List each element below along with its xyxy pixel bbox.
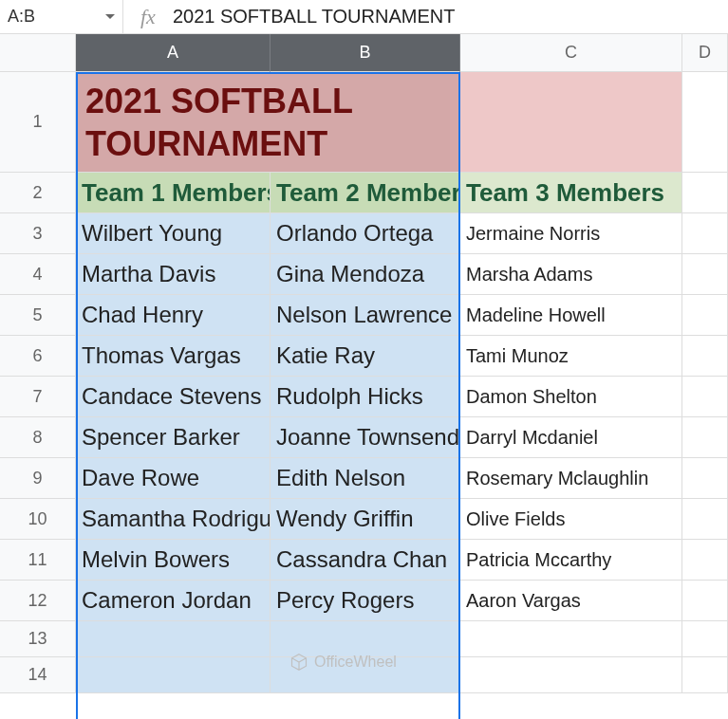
cell-b7[interactable]: Rudolph Hicks — [271, 377, 460, 417]
table-row: Samantha Rodriguez Wendy Griffin Olive F… — [76, 499, 728, 540]
row-header-7[interactable]: 7 — [0, 377, 76, 417]
cell-b12[interactable]: Percy Rogers — [271, 581, 460, 621]
table-row: Wilbert Young Orlando Ortega Jermaine No… — [76, 213, 728, 254]
column-header-b[interactable]: B — [271, 34, 460, 72]
cell-b9[interactable]: Edith Nelson — [271, 458, 460, 499]
column-header-d[interactable]: D — [682, 34, 728, 72]
cell-c11[interactable]: Patricia Mccarthy — [460, 540, 682, 581]
cell-a10[interactable]: Samantha Rodriguez — [76, 499, 271, 540]
cell-c9[interactable]: Rosemary Mclaughlin — [460, 458, 682, 499]
cell-a2[interactable]: Team 1 Members — [76, 173, 271, 213]
table-row: Spencer Barker Joanne Townsend Darryl Mc… — [76, 417, 728, 458]
cell-c2[interactable]: Team 3 Members — [460, 173, 682, 213]
column-header-a[interactable]: A — [76, 34, 271, 72]
row-header-6[interactable]: 6 — [0, 336, 76, 377]
cell-d13[interactable] — [682, 621, 728, 657]
cell-b14[interactable] — [271, 657, 460, 693]
cell-a14[interactable] — [76, 657, 271, 693]
cell-a4[interactable]: Martha Davis — [76, 254, 271, 295]
name-box-value: A:B — [8, 7, 35, 27]
table-row: Melvin Bowers Cassandra Chan Patricia Mc… — [76, 540, 728, 581]
row-headers: 1 2 3 4 5 6 7 8 9 10 11 12 13 14 — [0, 34, 76, 719]
cell-c10[interactable]: Olive Fields — [460, 499, 682, 540]
row-header-11[interactable]: 11 — [0, 540, 76, 581]
cell-b10[interactable]: Wendy Griffin — [271, 499, 460, 540]
cell-c7[interactable]: Damon Shelton — [460, 377, 682, 417]
cell-d12[interactable] — [682, 581, 728, 621]
table-row: Martha Davis Gina Mendoza Marsha Adams — [76, 254, 728, 295]
spreadsheet-grid: 1 2 3 4 5 6 7 8 9 10 11 12 13 14 A B C D… — [0, 34, 728, 719]
table-row: Dave Rowe Edith Nelson Rosemary Mclaughl… — [76, 458, 728, 499]
cell-b2[interactable]: Team 2 Members — [271, 173, 460, 213]
cell-b8[interactable]: Joanne Townsend — [271, 417, 460, 458]
row-header-1[interactable]: 1 — [0, 72, 76, 173]
cell-b6[interactable]: Katie Ray — [271, 336, 460, 377]
cell-b5[interactable]: Nelson Lawrence — [271, 295, 460, 336]
cell-b11[interactable]: Cassandra Chan — [271, 540, 460, 581]
cell-c12[interactable]: Aaron Vargas — [460, 581, 682, 621]
cell-a8[interactable]: Spencer Barker — [76, 417, 271, 458]
cell-c14[interactable] — [460, 657, 682, 693]
cell-d7[interactable] — [682, 377, 728, 417]
columns-area: A B C D 2021 SOFTBALL TOURNAMENT Team 1 … — [76, 34, 728, 719]
cell-d11[interactable] — [682, 540, 728, 581]
formula-bar-row: A:B fx 2021 SOFTBALL TOURNAMENT — [0, 0, 728, 34]
cell-c4[interactable]: Marsha Adams — [460, 254, 682, 295]
cell-d5[interactable] — [682, 295, 728, 336]
select-all-corner[interactable] — [0, 34, 76, 72]
row-header-13[interactable]: 13 — [0, 621, 76, 657]
cell-a3[interactable]: Wilbert Young — [76, 213, 271, 254]
table-row — [76, 657, 728, 693]
cell-c1[interactable] — [460, 72, 682, 173]
cell-c13[interactable] — [460, 621, 682, 657]
cell-a11[interactable]: Melvin Bowers — [76, 540, 271, 581]
row-header-3[interactable]: 3 — [0, 213, 76, 254]
table-row: Chad Henry Nelson Lawrence Madeline Howe… — [76, 295, 728, 336]
row-header-8[interactable]: 8 — [0, 417, 76, 458]
cell-b4[interactable]: Gina Mendoza — [271, 254, 460, 295]
cell-c5[interactable]: Madeline Howell — [460, 295, 682, 336]
cell-d3[interactable] — [682, 213, 728, 254]
cell-b3[interactable]: Orlando Ortega — [271, 213, 460, 254]
cell-a9[interactable]: Dave Rowe — [76, 458, 271, 499]
cell-d4[interactable] — [682, 254, 728, 295]
cell-d8[interactable] — [682, 417, 728, 458]
cell-b13[interactable] — [271, 621, 460, 657]
data-rows: 2021 SOFTBALL TOURNAMENT Team 1 Members … — [76, 72, 728, 693]
row-header-4[interactable]: 4 — [0, 254, 76, 295]
cell-a13[interactable] — [76, 621, 271, 657]
row-header-5[interactable]: 5 — [0, 295, 76, 336]
formula-bar-input[interactable]: 2021 SOFTBALL TOURNAMENT — [173, 6, 728, 28]
row-header-2[interactable]: 2 — [0, 173, 76, 213]
cell-a12[interactable]: Cameron Jordan — [76, 581, 271, 621]
cell-d6[interactable] — [682, 336, 728, 377]
cell-a7[interactable]: Candace Stevens — [76, 377, 271, 417]
table-row: Team 1 Members Team 2 Members Team 3 Mem… — [76, 173, 728, 213]
chevron-down-icon[interactable] — [105, 14, 115, 19]
cell-a6[interactable]: Thomas Vargas — [76, 336, 271, 377]
table-row: 2021 SOFTBALL TOURNAMENT — [76, 72, 728, 173]
cell-d1[interactable] — [682, 72, 728, 173]
cell-d10[interactable] — [682, 499, 728, 540]
column-header-c[interactable]: C — [460, 34, 682, 72]
row-header-9[interactable]: 9 — [0, 458, 76, 499]
cell-d14[interactable] — [682, 657, 728, 693]
cell-d2[interactable] — [682, 173, 728, 213]
column-headers: A B C D — [76, 34, 728, 72]
cell-a5[interactable]: Chad Henry — [76, 295, 271, 336]
table-row: Candace Stevens Rudolph Hicks Damon Shel… — [76, 377, 728, 417]
row-header-10[interactable]: 10 — [0, 499, 76, 540]
cell-d9[interactable] — [682, 458, 728, 499]
cell-c8[interactable]: Darryl Mcdaniel — [460, 417, 682, 458]
name-box[interactable]: A:B — [0, 0, 123, 33]
table-row: Thomas Vargas Katie Ray Tami Munoz — [76, 336, 728, 377]
table-row — [76, 621, 728, 657]
row-header-14[interactable]: 14 — [0, 657, 76, 693]
row-header-12[interactable]: 12 — [0, 581, 76, 621]
cell-c6[interactable]: Tami Munoz — [460, 336, 682, 377]
title-cell[interactable]: 2021 SOFTBALL TOURNAMENT — [76, 72, 460, 173]
table-row: Cameron Jordan Percy Rogers Aaron Vargas — [76, 581, 728, 621]
fx-icon: fx — [123, 5, 173, 29]
cell-c3[interactable]: Jermaine Norris — [460, 213, 682, 254]
